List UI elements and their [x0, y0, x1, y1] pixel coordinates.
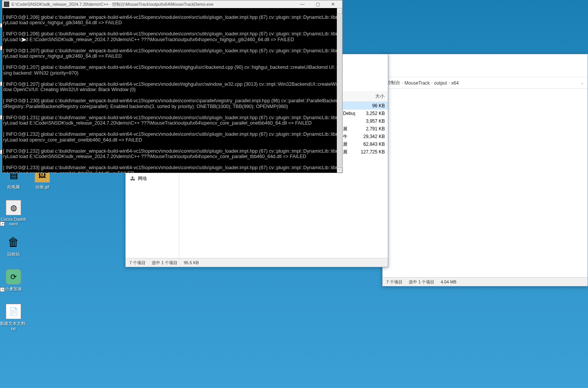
file-size: 29,342 KB [355, 134, 388, 139]
nav-item-network[interactable]: 🖧 网络 [126, 174, 179, 183]
scrollbar[interactable]: ▲ ▼ [337, 8, 342, 173]
file-size: 62,843 KB [355, 142, 388, 147]
status-bar: 7 个项目 选中 1 个项目 4.04 MB [383, 277, 588, 286]
status-bar: 7 个项目 选中 1 个项目 95.5 KB [126, 258, 388, 267]
status-selected: 选中 1 个项目 [409, 279, 434, 285]
column-header-size[interactable]: 大小 [355, 93, 388, 100]
network-icon: 🖧 [129, 176, 136, 182]
console-line: [ INFO:0@1.206] global c:\build\master_w… [3, 31, 341, 42]
shortcut-arrow-icon: ↗ [0, 221, 5, 226]
console-titlebar[interactable]: E:\Code\SNSDK\sdk_release_2024.7.20\demo… [2, 0, 342, 8]
file-size: 2,791 KB [355, 126, 388, 132]
trash-icon: 🗑 [6, 235, 21, 250]
file-size: 3,252 KB [355, 111, 388, 116]
console-line: [ INFO:0@1.207] global c:\build\master_w… [3, 65, 341, 76]
console-icon [4, 2, 9, 7]
desktop-icon-newtxt[interactable]: 📄 新建文本文档.txt [0, 304, 27, 331]
console-line: [ INFO:0@1.207] global c:\build\master_w… [3, 82, 341, 93]
app-icon: ◍↗ [6, 200, 21, 215]
status-selected: 选中 1 个项目 [152, 260, 177, 266]
shortcut-arrow-icon: ↗ [0, 287, 5, 292]
status-size: 4.04 MB [441, 280, 456, 284]
icon-label: 回收站 [7, 251, 20, 257]
scroll-up-icon[interactable]: ▲ [337, 8, 342, 13]
nav-item-label: 网络 [138, 175, 147, 182]
breadcrumb-item[interactable]: 控制台 [386, 80, 400, 86]
status-item-count: 7 个项目 [129, 260, 146, 266]
chevron-right-icon: › [449, 81, 450, 85]
console-line: [ INFO:0@1.232] global c:\build\master_w… [3, 148, 341, 160]
status-size: 95.5 KB [184, 260, 199, 265]
desktop-icon-cocos[interactable]: ◍↗ Cocos Dashboard [0, 200, 27, 226]
explorer-window-right[interactable]: 控制台› MouseTrack› output› x64 ⌄ 7 个项目 选中 … [382, 54, 588, 286]
file-listing[interactable] [383, 89, 588, 277]
console-line: [ INFO:0@1.207] global c:\build\master_w… [3, 48, 341, 59]
desktop-icon-xiaomaiaccel[interactable]: ⟳↗ 小麦加速 [0, 269, 27, 292]
txt-icon: 📄 [6, 304, 21, 319]
breadcrumb-item[interactable]: MouseTrack [404, 80, 430, 86]
breadcrumb-item[interactable]: x64 [451, 80, 459, 86]
explorer-toolbar [383, 54, 588, 77]
chevron-right-icon: › [402, 81, 403, 85]
status-item-count: 7 个项目 [386, 279, 402, 285]
console-line: [ INFO:0@1.230] global c:\build\master_w… [3, 98, 341, 109]
console-window[interactable]: E:\Code\SNSDK\sdk_release_2024.7.20\demo… [2, 0, 343, 173]
close-button[interactable]: ✕ [325, 0, 341, 8]
icon-label: 小麦加速 [5, 286, 22, 292]
console-title: E:\Code\SNSDK\sdk_release_2024.7.20\demo… [12, 2, 295, 7]
icon-label: 新建文本文档.txt [0, 321, 27, 331]
app-icon: ⟳↗ [6, 269, 21, 285]
file-size: 3,957 KB [355, 118, 388, 124]
console-line: [ INFO:0@1.233] global c:\build\master_w… [3, 165, 341, 173]
icon-label: 动画.gif [35, 184, 50, 190]
desktop-icon-recycle-bin[interactable]: 🗑 回收站 [0, 235, 27, 257]
breadcrumb-bar[interactable]: 控制台› MouseTrack› output› x64 ⌄ [383, 77, 588, 89]
minimize-button[interactable]: — [295, 0, 310, 8]
breadcrumb-item[interactable]: output [434, 80, 447, 86]
maximize-button[interactable]: ▢ [310, 0, 325, 8]
file-size: 96 KB [355, 103, 388, 108]
chevron-right-icon: › [431, 81, 432, 85]
console-line: [ INFO:0@1.206] global c:\build\master_w… [3, 15, 341, 26]
scroll-down-icon[interactable]: ▼ [337, 167, 342, 173]
icon-label: 此电脑 [7, 184, 20, 190]
file-listing-area [383, 89, 588, 277]
console-line: [ INFO:0@1.231] global c:\build\master_w… [3, 115, 341, 126]
console-line: [ INFO:0@1.232] global c:\build\master_w… [3, 132, 341, 143]
file-size: 127,725 KB [355, 149, 388, 155]
chevron-down-icon[interactable]: ⌄ [581, 81, 584, 85]
console-output[interactable]: [ INFO:0@1.206] global c:\build\master_w… [2, 8, 342, 173]
